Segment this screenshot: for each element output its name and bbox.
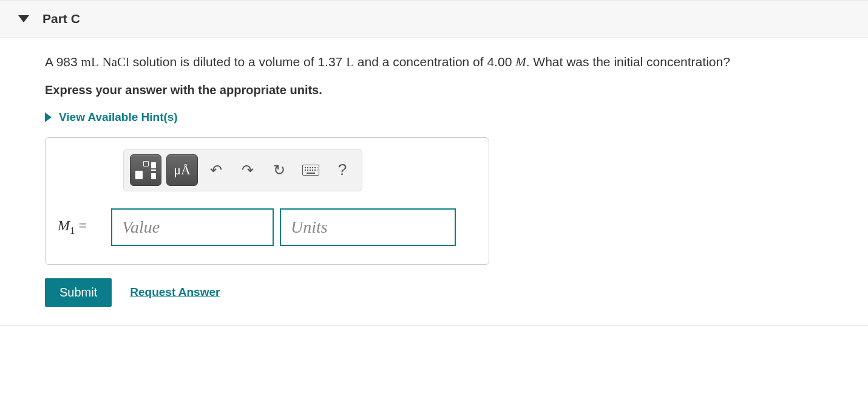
q-unit-ml: mL	[81, 55, 99, 69]
keyboard-icon	[302, 165, 319, 176]
help-button[interactable]: ?	[329, 155, 356, 185]
q-chem: NaCl	[103, 55, 129, 69]
hints-label: View Available Hint(s)	[59, 111, 178, 124]
redo-button[interactable]: ↷	[234, 155, 261, 185]
action-row: Submit Request Answer	[45, 278, 826, 307]
var-eq: =	[75, 218, 87, 233]
special-chars-button[interactable]: μÅ	[166, 154, 198, 186]
help-icon: ?	[338, 160, 347, 179]
units-placeholder: Units	[291, 218, 328, 237]
view-hints-toggle[interactable]: View Available Hint(s)	[45, 111, 178, 124]
answer-editor: μÅ ↶ ↷ ↻ ? M1 =	[45, 137, 489, 265]
q-unit-l: L	[346, 55, 354, 69]
request-answer-link[interactable]: Request Answer	[130, 286, 220, 299]
variable-label: M1 =	[58, 218, 100, 237]
value-input[interactable]: Value	[111, 208, 274, 246]
instruction-text: Express your answer with the appropriate…	[45, 83, 826, 97]
caret-right-icon	[45, 112, 52, 122]
units-input[interactable]: Units	[280, 208, 456, 246]
template-icon	[135, 161, 156, 179]
undo-button[interactable]: ↶	[203, 155, 229, 185]
part-header[interactable]: Part C	[0, 0, 868, 38]
mu-a-icon: μÅ	[174, 162, 191, 178]
part-content: A 983 mL NaCl solution is diluted to a v…	[0, 38, 868, 326]
caret-down-icon	[18, 15, 29, 22]
submit-button[interactable]: Submit	[45, 278, 112, 307]
editor-toolbar: μÅ ↶ ↷ ↻ ?	[123, 149, 362, 191]
q-seg: A 983	[45, 55, 81, 69]
keyboard-button[interactable]	[297, 155, 324, 185]
answer-inputs: M1 = Value Units	[58, 208, 476, 246]
q-seg: solution is diluted to a volume of 1.37	[129, 55, 346, 69]
reset-icon: ↻	[273, 162, 285, 179]
reset-button[interactable]: ↻	[266, 155, 293, 185]
template-tool-button[interactable]	[130, 154, 161, 186]
value-placeholder: Value	[122, 218, 160, 237]
q-seg: . What was the initial concentration?	[526, 55, 730, 69]
question-text: A 983 mL NaCl solution is diluted to a v…	[45, 52, 826, 72]
redo-icon: ↷	[242, 162, 254, 179]
q-unit-m: M	[515, 55, 526, 69]
undo-icon: ↶	[210, 162, 222, 179]
part-title: Part C	[42, 12, 80, 26]
q-seg: and a concentration of 4.00	[354, 55, 515, 69]
var-main: M	[58, 218, 70, 233]
